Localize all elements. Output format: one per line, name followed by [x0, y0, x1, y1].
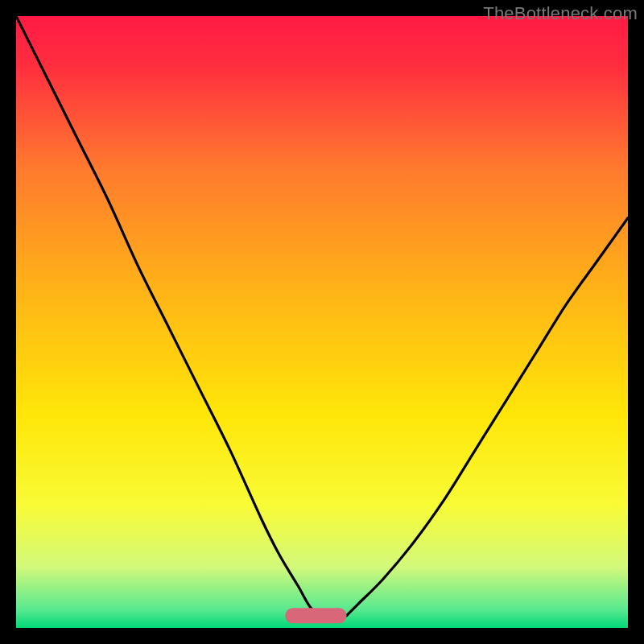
minimum-marker [285, 608, 346, 623]
gradient-background [16, 16, 628, 628]
watermark-text: TheBottleneck.com [483, 3, 638, 24]
plot-area [16, 16, 628, 628]
chart-container: TheBottleneck.com [0, 0, 644, 644]
chart-svg [16, 16, 628, 628]
